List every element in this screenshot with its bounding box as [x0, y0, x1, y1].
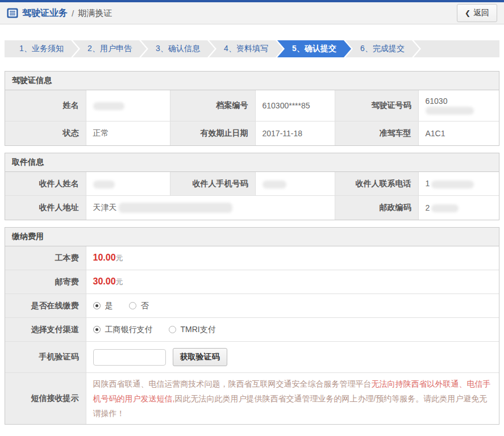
radio-option-tmri[interactable]: TMRI支付	[169, 325, 216, 335]
table-row: 收件人姓名 收件人手机号码 收件人联系电话 1	[5, 172, 499, 196]
field-label: 短信接收提示	[5, 373, 86, 425]
sms-code-input[interactable]	[93, 349, 166, 366]
payment-channel-options: 工商银行支付 TMRI支付	[86, 318, 499, 342]
redacted-value	[119, 203, 232, 213]
license-info-table: 姓名 档案编号 610300****85 驾驶证号码 61030 状态 正常 有…	[5, 90, 499, 145]
section-title: 缴纳费用	[5, 228, 499, 246]
radio-checked-icon[interactable]	[93, 302, 101, 309]
field-label: 准驾车型	[335, 121, 418, 145]
step-tab-3[interactable]: 3、确认信息	[141, 40, 215, 57]
redacted-value	[426, 107, 474, 115]
field-value: 正常	[86, 121, 170, 145]
sms-notice-text: 因陕西省联通、电信运营商技术问题，陕西省互联网交通安全综合服务管理平台无法向持陕…	[86, 373, 499, 425]
page-header: 驾驶证业务 / 期满换证 ❮ 返回	[0, 2, 504, 24]
section-title: 驾驶证信息	[5, 72, 499, 90]
radio-label: 工商银行支付	[105, 325, 153, 335]
field-value-redacted: 天津天	[86, 196, 335, 220]
radio-option-yes[interactable]: 是	[93, 301, 113, 311]
redacted-value	[93, 181, 115, 188]
radio-label: 是	[105, 301, 113, 311]
table-row: 状态 正常 有效期止日期 2017-11-18 准驾车型 A1C1	[5, 121, 499, 145]
online-payment-options: 是 否	[86, 294, 499, 318]
radio-checked-icon[interactable]	[93, 326, 101, 333]
breadcrumb: 驾驶证业务 / 期满换证	[7, 7, 112, 19]
breadcrumb-separator: /	[72, 9, 74, 18]
radio-unchecked-icon[interactable]	[129, 302, 136, 309]
pickup-info-section: 取件信息 收件人姓名 收件人手机号码 收件人联系电话 1 收件人地址 天津天 邮…	[5, 153, 499, 220]
field-value-prefix: 天津天	[93, 203, 117, 212]
radio-label: TMRI支付	[181, 325, 216, 335]
field-label: 收件人联系电话	[335, 172, 418, 196]
radio-option-icbc[interactable]: 工商银行支付	[93, 325, 153, 335]
table-row: 选择支付渠道 工商银行支付 TMRI支付	[5, 318, 499, 342]
field-value-prefix: 2	[426, 203, 430, 212]
step-tab-2[interactable]: 2、用户申告	[73, 40, 147, 57]
field-label: 状态	[5, 121, 86, 145]
sms-code-field: 获取验证码	[86, 342, 499, 373]
redacted-value	[431, 204, 459, 212]
fee-amount: 30.00	[93, 276, 116, 286]
field-value: 2017-11-18	[255, 121, 335, 145]
table-row: 手机验证码 获取验证码	[5, 342, 499, 373]
back-button-label: 返回	[473, 8, 489, 18]
license-info-section: 驾驶证信息 姓名 档案编号 610300****85 驾驶证号码 61030 状…	[5, 71, 499, 146]
fee-unit: 元	[116, 278, 123, 286]
table-row: 收件人地址 天津天 邮政编码 2	[5, 196, 499, 220]
get-code-button[interactable]: 获取验证码	[173, 348, 227, 366]
chevron-left-icon: ❮	[465, 9, 470, 17]
field-value: 610300****85	[255, 90, 335, 121]
fee-unit: 元	[116, 254, 123, 262]
field-label: 工本费	[5, 246, 86, 270]
list-icon	[7, 7, 18, 19]
redacted-value	[93, 102, 124, 110]
field-value-redacted	[86, 172, 170, 196]
step-tab-6[interactable]: 6、完成提交	[345, 40, 419, 57]
table-row: 是否在线缴费 是 否	[5, 294, 499, 318]
table-row: 短信接收提示 因陕西省联通、电信运营商技术问题，陕西省互联网交通安全综合服务管理…	[5, 373, 499, 425]
step-tabs: 1、业务须知 2、用户申告 3、确认信息 4、资料填写 5、确认提交 6、完成提…	[5, 40, 499, 57]
field-label: 有效期止日期	[170, 121, 255, 145]
page: 驾驶证业务 / 期满换证 ❮ 返回 1、业务须知 2、用户申告 3、确认信息 4…	[0, 0, 504, 436]
step-tab-4[interactable]: 4、资料填写	[209, 40, 283, 57]
field-value-prefix: 1	[426, 179, 430, 188]
redacted-value	[431, 181, 474, 188]
field-label: 档案编号	[170, 90, 255, 121]
back-button[interactable]: ❮ 返回	[457, 4, 497, 22]
notice-segment: 因陕西省联通、电信运营商技术问题，陕西省互联网交通安全综合服务管理平台	[93, 379, 372, 388]
step-tab-1[interactable]: 1、业务须知	[5, 40, 78, 57]
section-title: 取件信息	[5, 153, 499, 172]
pickup-info-table: 收件人姓名 收件人手机号码 收件人联系电话 1 收件人地址 天津天 邮政编码 2	[5, 172, 499, 220]
redacted-value	[263, 181, 286, 188]
field-value-redacted: 1	[418, 172, 499, 196]
field-label: 收件人姓名	[5, 172, 86, 196]
fee-amount: 10.00	[93, 253, 116, 262]
radio-label: 否	[141, 301, 149, 311]
field-label: 邮寄费	[5, 270, 86, 294]
field-label: 姓名	[5, 90, 86, 121]
field-label: 驾驶证号码	[335, 90, 418, 121]
field-label: 是否在线缴费	[5, 294, 86, 318]
payment-section: 缴纳费用 工本费 10.00元 邮寄费 30.00元 是否在线缴费 是	[5, 227, 499, 425]
step-tab-5-active[interactable]: 5、确认提交	[277, 40, 351, 57]
table-row: 姓名 档案编号 610300****85 驾驶证号码 61030	[5, 90, 499, 121]
field-value-redacted: 2	[418, 196, 499, 220]
table-row: 邮寄费 30.00元	[5, 270, 499, 294]
payment-table: 工本费 10.00元 邮寄费 30.00元 是否在线缴费 是	[5, 246, 499, 425]
page-subtitle: 期满换证	[78, 8, 112, 19]
field-label: 收件人手机号码	[170, 172, 255, 196]
field-value: A1C1	[418, 121, 499, 145]
field-value-prefix: 61030	[426, 97, 448, 106]
field-label: 手机验证码	[5, 342, 86, 373]
production-fee-value: 10.00元	[86, 246, 499, 270]
field-label: 收件人地址	[5, 196, 86, 220]
postage-fee-value: 30.00元	[86, 270, 499, 294]
field-value-redacted	[255, 172, 335, 196]
field-value-redacted: 61030	[418, 90, 499, 121]
field-label: 选择支付渠道	[5, 318, 86, 342]
page-title: 驾驶证业务	[22, 7, 68, 19]
radio-unchecked-icon[interactable]	[169, 326, 176, 333]
field-label: 邮政编码	[335, 196, 418, 220]
step-tabs-filler	[414, 40, 499, 57]
table-row: 工本费 10.00元	[5, 246, 499, 270]
radio-option-no[interactable]: 否	[129, 301, 149, 311]
